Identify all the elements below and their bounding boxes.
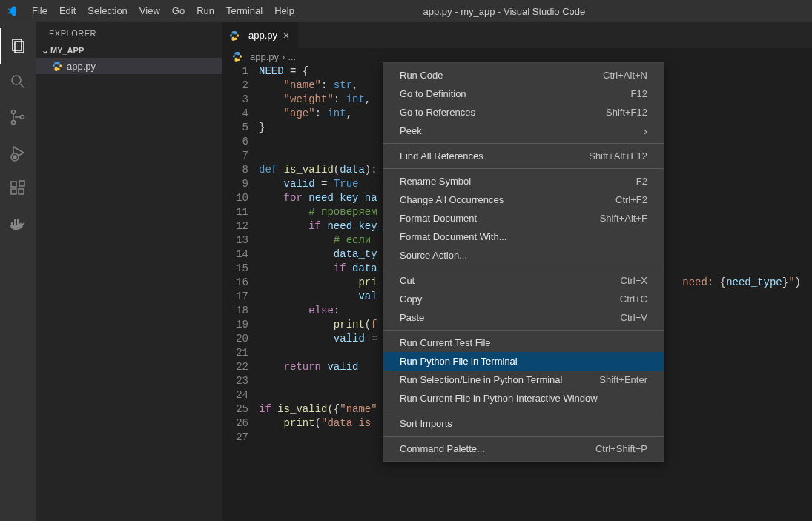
chevron-right-icon: ›: [282, 51, 285, 62]
folder-root[interactable]: ⌄ MY_APP: [36, 43, 222, 58]
ctx-shortcut: Ctrl+V: [621, 312, 647, 323]
ctx-label: Run Selection/Line in Python Terminal: [400, 374, 599, 385]
python-file-icon: [52, 61, 62, 71]
menu-separator: [383, 411, 664, 411]
ctx-label: Run Current File in Python Interactive W…: [400, 393, 647, 404]
svg-rect-14: [14, 222, 16, 225]
ctx-item[interactable]: CopyCtrl+C: [383, 290, 664, 308]
tab-active[interactable]: app.py ×: [222, 22, 299, 48]
ctx-item[interactable]: Format DocumentShift+Alt+F: [383, 209, 664, 228]
ctx-shortcut: Shift+Alt+F12: [589, 150, 647, 162]
svg-point-5: [12, 121, 16, 125]
chevron-down-icon: ⌄: [40, 45, 50, 56]
menu-item-go[interactable]: Go: [166, 0, 191, 22]
ctx-item[interactable]: PasteCtrl+V: [383, 308, 664, 327]
ctx-label: Copy: [400, 293, 620, 305]
menu-item-view[interactable]: View: [133, 0, 166, 22]
ctx-item[interactable]: Change All OccurrencesCtrl+F2: [383, 190, 664, 209]
menu-separator: [383, 268, 664, 268]
ctx-item[interactable]: Rename SymbolF2: [383, 172, 664, 190]
ctx-item[interactable]: Go to DefinitionF12: [383, 84, 664, 103]
docker-icon[interactable]: [0, 206, 36, 242]
menu-item-edit[interactable]: Edit: [53, 0, 82, 22]
file-item[interactable]: app.py: [36, 58, 222, 74]
ctx-item[interactable]: Run Selection/Line in Python TerminalShi…: [383, 371, 664, 389]
ctx-item[interactable]: Run Python File in Terminal: [383, 352, 664, 371]
vscode-icon: [0, 5, 26, 17]
ctx-item[interactable]: Source Action...: [383, 246, 664, 265]
context-menu: Run CodeCtrl+Alt+NGo to DefinitionF12Go …: [383, 62, 664, 462]
menu-item-terminal[interactable]: Terminal: [220, 0, 268, 22]
menubar: FileEditSelectionViewGoRunTerminalHelp: [26, 0, 300, 22]
ctx-label: Go to Definition: [400, 88, 631, 99]
ctx-label: Cut: [400, 275, 621, 286]
svg-rect-11: [19, 189, 24, 194]
ctx-label: Find All References: [400, 150, 589, 162]
editor-tabs: app.py ×: [222, 22, 812, 48]
line-number-gutter: 1234567891011121314151617181920212223242…: [222, 64, 259, 445]
menu-item-help[interactable]: Help: [268, 0, 300, 22]
breadcrumb-file: app.py: [250, 51, 279, 62]
ctx-label: Peek: [400, 125, 644, 136]
ctx-item[interactable]: Run Current File in Python Interactive W…: [383, 389, 664, 408]
svg-line-3: [20, 84, 24, 88]
ctx-shortcut: F2: [636, 176, 647, 187]
ctx-label: Command Palette...: [400, 443, 595, 454]
svg-rect-16: [14, 219, 16, 222]
explorer-panel: EXPLORER ⌄ MY_APP app.py: [36, 22, 222, 521]
python-file-icon: [232, 51, 242, 62]
titlebar: FileEditSelectionViewGoRunTerminalHelp a…: [0, 0, 812, 22]
ctx-label: Paste: [400, 312, 621, 323]
ctx-item[interactable]: Go to ReferencesShift+F12: [383, 103, 664, 122]
chevron-right-icon: ›: [644, 125, 647, 137]
ctx-shortcut: Ctrl+X: [621, 275, 647, 286]
ctx-shortcut: F12: [631, 88, 647, 99]
ctx-label: Source Action...: [400, 250, 647, 261]
menu-separator: [383, 330, 664, 331]
file-name: app.py: [67, 61, 96, 72]
ctx-label: Go to References: [400, 107, 606, 118]
ctx-label: Rename Symbol: [400, 176, 636, 187]
ctx-label: Run Python File in Terminal: [400, 356, 647, 367]
ctx-label: Format Document With...: [400, 231, 647, 242]
ctx-item[interactable]: Peek›: [383, 122, 664, 140]
activity-bar: [0, 22, 36, 521]
svg-rect-13: [11, 222, 13, 225]
source-control-icon[interactable]: [0, 99, 36, 135]
ctx-label: Run Code: [400, 70, 603, 81]
ctx-shortcut: Shift+Alt+F: [600, 213, 647, 224]
ctx-item[interactable]: Command Palette...Ctrl+Shift+P: [383, 439, 664, 458]
ctx-item[interactable]: Find All ReferencesShift+Alt+F12: [383, 147, 664, 165]
svg-point-4: [12, 110, 16, 114]
ctx-shortcut: Ctrl+Alt+N: [603, 70, 647, 81]
menu-item-selection[interactable]: Selection: [82, 0, 133, 22]
svg-rect-10: [11, 189, 16, 194]
menu-separator: [383, 143, 664, 144]
menu-separator: [383, 168, 664, 169]
ctx-item[interactable]: Run Current Test File: [383, 333, 664, 352]
svg-rect-9: [11, 182, 16, 187]
ctx-label: Change All Occurrences: [400, 194, 615, 205]
svg-rect-17: [17, 219, 19, 222]
menu-item-file[interactable]: File: [26, 0, 53, 22]
search-icon[interactable]: [0, 64, 36, 99]
ctx-shortcut: Shift+F12: [606, 107, 647, 118]
ctx-shortcut: Ctrl+Shift+P: [595, 443, 647, 454]
ctx-item[interactable]: Sort Imports: [383, 414, 664, 433]
svg-rect-12: [19, 181, 24, 186]
ctx-shortcut: Shift+Enter: [599, 374, 647, 385]
extensions-icon[interactable]: [0, 170, 36, 206]
menu-item-run[interactable]: Run: [191, 0, 220, 22]
tab-label: app.py: [248, 30, 277, 41]
run-debug-icon[interactable]: [0, 135, 36, 170]
explorer-icon[interactable]: [0, 28, 36, 64]
svg-point-2: [12, 76, 21, 84]
close-icon[interactable]: ×: [282, 28, 291, 43]
ctx-label: Sort Imports: [400, 418, 647, 429]
folder-name: MY_APP: [50, 46, 84, 55]
ctx-shortcut: Ctrl+F2: [615, 194, 647, 205]
ctx-item[interactable]: Format Document With...: [383, 228, 664, 246]
ctx-label: Format Document: [400, 213, 600, 224]
ctx-item[interactable]: CutCtrl+X: [383, 271, 664, 290]
ctx-item[interactable]: Run CodeCtrl+Alt+N: [383, 66, 664, 84]
